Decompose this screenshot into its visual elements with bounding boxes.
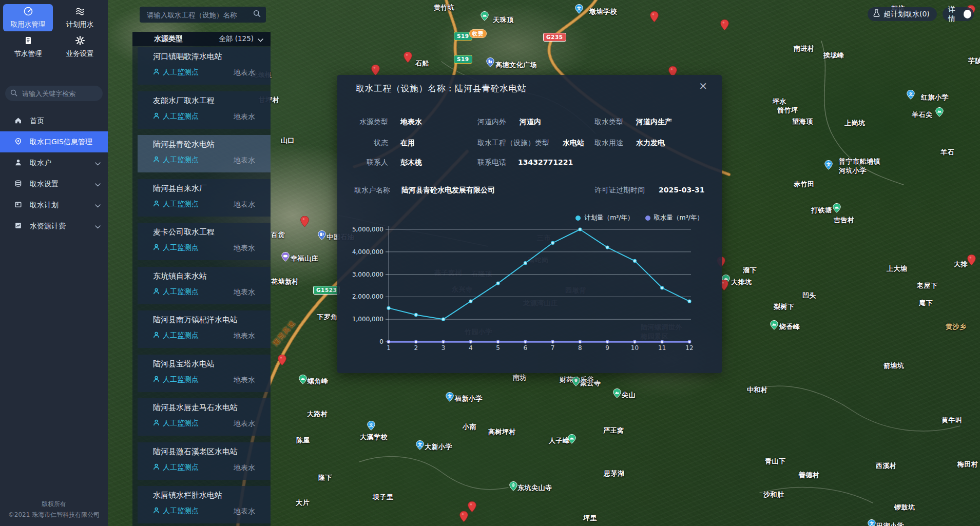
home-icon [14,116,22,126]
map-label: 普宁市船埔镇 [839,157,880,166]
map-label: 大溪学校 [360,433,388,442]
monitor-tag[interactable]: 人工监测点 [153,68,199,77]
monitor-tag[interactable]: 人工监测点 [153,287,199,297]
map-label: 打铁塘 [811,206,832,215]
app-tile-1[interactable]: 取用水管理 [3,4,53,31]
mountain-icon [613,388,621,400]
svg-text:2: 2 [414,344,418,352]
monitor-tag[interactable]: 人工监测点 [153,331,199,340]
water-source-type: 地表水 [234,200,255,209]
map-label: 红旗小学 [921,93,949,102]
map-pin[interactable] [468,501,476,514]
road-badge: 收费 [469,29,487,38]
temple-icon [509,481,517,493]
over-plan-intake-button[interactable]: 超计划取水(0) [868,7,937,21]
sidebar-item-label: 首页 [30,116,44,126]
monitor-tag[interactable]: 人工监测点 [153,463,199,472]
map-label: 挨垅峰 [823,51,844,60]
facility-name: 陆河县南万镇杞洋水电站 [153,315,238,325]
field-value: 2025-03-31 [659,186,705,194]
facility-list-item[interactable]: 陆河县激石溪老区水电站 人工监测点 地表水 [138,442,271,480]
field-value: 水电站 [563,139,584,148]
svg-text:5: 5 [496,344,500,352]
facility-list-item[interactable]: 麦卡公司取水工程 人工监测点 地表水 [138,223,271,260]
toggle-on-icon[interactable] [964,10,971,18]
detail-label: 详情 [948,5,960,24]
app-tile-label: 节水管理 [14,49,42,59]
monitor-label: 人工监测点 [163,200,199,209]
facility-name: 陆河县青砼水电站 [153,140,215,149]
legend-item-1: 计划量（m³/年） [575,213,633,222]
svg-text:文: 文 [870,521,874,526]
map-pin[interactable] [650,11,659,24]
monitor-tag[interactable]: 人工监测点 [153,506,199,516]
field-value: 水力发电 [636,139,665,148]
facility-list-item[interactable]: 陆河县水唇走马石水电站 人工监测点 地表水 [138,398,271,436]
facility-search-input[interactable] [146,10,253,20]
map-label: 大排坑 [731,278,752,287]
map-label: 羊石 [940,148,954,157]
monitor-label: 人工监测点 [163,463,199,472]
app-tile-2[interactable]: 计划用水 [55,4,105,31]
svg-text:5,000,000: 5,000,000 [352,226,383,233]
app-root: 黄竹坑天珠顶墩塘学校粗坑南进村挨垅峰芋陂洋坪水箭竹坪红旗小学望海顶上岗坑羊石尖羊… [0,0,980,526]
monitor-tag[interactable]: 人工监测点 [153,243,199,252]
monitor-tag[interactable]: 人工监测点 [153,375,199,384]
search-icon[interactable] [253,10,261,20]
facility-list-item[interactable]: 东坑镇自来水站 人工监测点 地表水 [138,267,271,304]
person-icon [153,112,160,121]
app-tile-4[interactable]: 业务设置 [55,33,105,61]
water-source-type: 地表水 [234,68,255,77]
mountain-icon [935,107,944,119]
water-source-type: 地表水 [234,244,255,253]
monitor-label: 人工监测点 [163,243,199,252]
road-badge: G1523 [313,286,340,295]
sidebar-item-label: 取水口GIS信息管理 [30,138,92,147]
person-icon [153,156,160,164]
detail-toggle-button[interactable]: 详情 [943,7,974,21]
map-pin[interactable] [720,20,729,32]
sidebar-item-2[interactable]: 取水口GIS信息管理 [0,131,108,152]
sidebar-item-1[interactable]: 首页 [0,110,108,131]
map-label: 老屋下 [917,281,938,290]
facility-list-item[interactable]: 陆河县自来水厂 人工监测点 地表水 [138,179,271,217]
facility-list-item[interactable]: 友能水厂取水工程 人工监测点 地表水 [138,91,271,129]
facility-name: 陆河县激石溪老区水电站 [153,447,238,457]
map-label: 坪水 [773,97,786,106]
map-label: 百货 [271,230,285,240]
sidebar-item-3[interactable]: 取水户 [0,152,108,173]
facility-list-panel: 水源类型 全部 (125) 河口镇唱歌潭水电站 人工监测点 地表水友能水厂取水工… [132,32,271,526]
school-icon: 文 [446,392,454,404]
plaza-icon [486,57,494,69]
sidebar-search-input[interactable] [21,89,98,98]
sidebar-item-label: 取水户 [30,159,51,168]
map-label: 善德村 [799,471,820,480]
app-tile-label: 取用水管理 [11,20,46,29]
monitor-label: 人工监测点 [163,331,199,340]
map-label: 上岗坑 [844,119,866,128]
monitor-tag[interactable]: 人工监测点 [153,155,199,165]
map-pin[interactable] [300,216,309,229]
close-icon[interactable]: ✕ [699,81,707,91]
map-pin[interactable] [403,52,412,65]
map-pin[interactable] [459,511,468,524]
monitor-tag[interactable]: 人工监测点 [153,112,199,121]
sidebar-item-4[interactable]: 取水设置 [0,173,108,194]
facility-detail-dialog: 取水工程（设施）名称：陆河县青砼水电站 ✕ 水源类型地表水河道内外河道内取水类型… [337,75,722,373]
app-tile-3[interactable]: 节水管理 [3,33,53,61]
facility-list-item[interactable]: 水唇镇水栏肚水电站 人工监测点 地表水 [138,486,271,523]
facility-list-item[interactable]: 陆河县青砼水电站 人工监测点 地表水 [138,135,271,172]
monitor-tag[interactable]: 人工监测点 [153,419,199,428]
water-source-filter[interactable]: 水源类型 全部 (125) [132,32,271,46]
monitor-tag[interactable]: 人工监测点 [153,200,199,209]
map-label: 田湖小学 [876,521,904,526]
chart-icon [14,222,22,231]
map-pin[interactable] [967,255,976,267]
sidebar-item-6[interactable]: 水资源计费 [0,216,108,237]
map-label: 螺角峰 [308,377,329,386]
map-pin[interactable] [278,355,286,367]
facility-list-item[interactable]: 陆河县宝塔水电站 人工监测点 地表水 [138,355,271,392]
sidebar-item-5[interactable]: 取水计划 [0,194,108,216]
facility-list-item[interactable]: 河口镇唱歌潭水电站 人工监测点 地表水 [138,47,271,85]
facility-list-item[interactable]: 陆河县南万镇杞洋水电站 人工监测点 地表水 [138,310,271,348]
